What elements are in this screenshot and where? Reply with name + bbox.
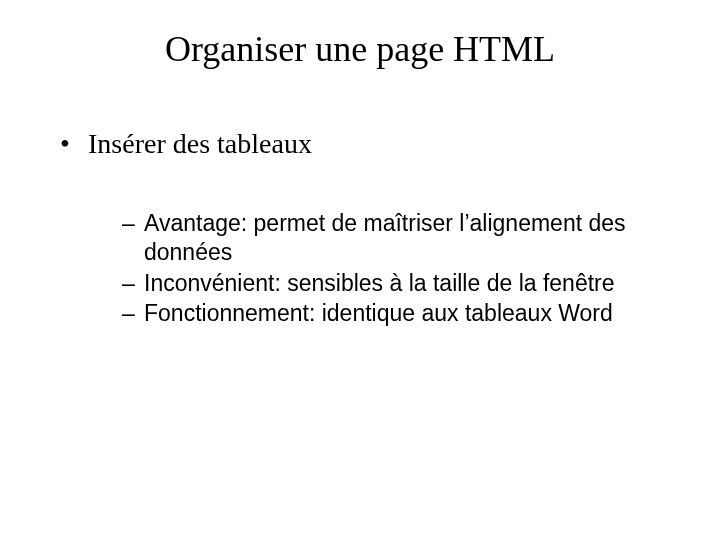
slide-body: Insérer des tableaux Avantage: permet de… (0, 70, 720, 328)
slide-title: Organiser une page HTML (0, 0, 720, 70)
bullet-level-2-group: Avantage: permet de maîtriser l’aligneme… (60, 161, 670, 328)
slide: Organiser une page HTML Insérer des tabl… (0, 0, 720, 540)
bullet-level-2: Fonctionnement: identique aux tableaux W… (122, 299, 670, 328)
bullet-level-1: Insérer des tableaux (60, 126, 670, 161)
bullet-level-2: Inconvénient: sensibles à la taille de l… (122, 269, 670, 298)
bullet-level-2: Avantage: permet de maîtriser l’aligneme… (122, 209, 670, 267)
